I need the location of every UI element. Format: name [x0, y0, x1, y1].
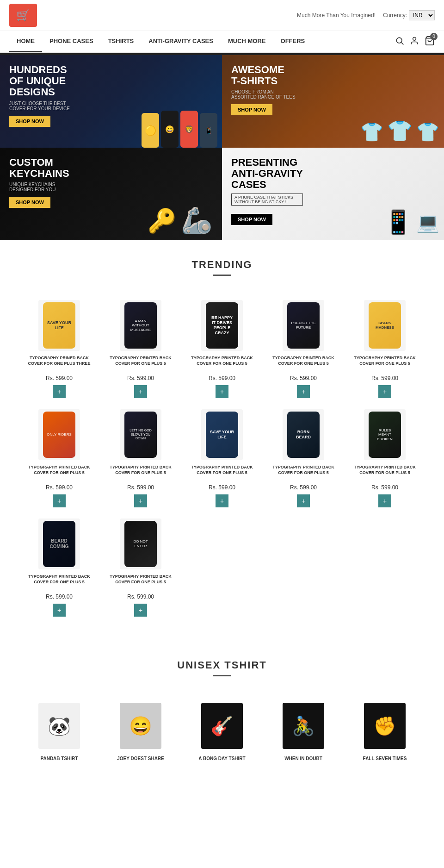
product-card-7: LETTING GOD SLOWS YOU DOWN TYPOGRAPHY PR…	[100, 404, 181, 513]
logo-area	[9, 4, 37, 27]
nav-anti-gravity[interactable]: ANTI-GRAVITY CASES	[141, 31, 221, 52]
add-to-cart-4[interactable]: +	[297, 385, 310, 398]
product-image-7: LETTING GOD SLOWS YOU DOWN	[120, 409, 161, 460]
add-to-cart-1[interactable]: +	[53, 385, 66, 398]
tshirt-display-1: 👕	[360, 121, 383, 143]
banner-antigravity: PRESENTINGANTI-GRAVITYCASES A PHONE CASE…	[222, 148, 444, 240]
product-title-7: TYPOGRAPHY PRINTED BACK COVER FOR ONE PL…	[104, 465, 178, 481]
product-price-9: Rs. 599.00	[266, 484, 340, 491]
product-card-4: PREDICT THE FUTURE TYPOGRAPHY PRINTED BA…	[263, 294, 344, 404]
banner-2-content: AWESOMET-SHIRTS CHOOSE FROM ANASSORTED R…	[231, 64, 296, 115]
add-to-cart-6[interactable]: +	[53, 494, 66, 507]
trending-title: TRENDING	[0, 259, 444, 271]
banner-2-btn[interactable]: SHOP NOW	[231, 104, 272, 115]
product-title-12: TYPOGRAPHY PRINTED BACK COVER FOR ONE PL…	[104, 574, 178, 591]
banner-4-btn[interactable]: SHOP NOW	[231, 214, 272, 225]
case-visual-4: PREDICT THE FUTURE	[287, 302, 320, 349]
banner-1-title: HUNDREDSOF UNIQUEDESIGNS	[9, 64, 70, 98]
account-icon[interactable]	[410, 36, 419, 48]
banner-tshirts: AWESOMET-SHIRTS CHOOSE FROM ANASSORTED R…	[222, 55, 444, 148]
tshirt-image-3: 🎸	[197, 700, 247, 751]
add-to-cart-7[interactable]: +	[134, 494, 147, 507]
case-visual-11: BEARD COMING	[43, 521, 75, 567]
search-icon[interactable]	[395, 36, 404, 48]
nav-much-more[interactable]: MUCH MORE	[221, 31, 273, 52]
product-price-6: Rs. 599.00	[22, 484, 96, 491]
product-title-2: TYPOGRAPHY PRINTED BACK COVER FOR ONE PL…	[104, 356, 178, 372]
product-card-2: A MAN WITHOUT MUSTACHE TYPOGRAPHY PRINTE…	[100, 294, 181, 404]
banner-3-btn[interactable]: SHOP NOW	[9, 197, 50, 208]
top-bar: Much More Than You Imagined! Currency: I…	[0, 0, 444, 31]
tshirt-section-header: UNISEX TSHIRT	[0, 641, 444, 686]
product-title-10: TYPOGRAPHY PRINTED BACK COVER FOR ONE PL…	[348, 465, 422, 481]
tshirt-display-3: 👕	[416, 121, 439, 143]
nav-offers[interactable]: OFFERS	[273, 31, 313, 52]
nav-tshirts[interactable]: TSHIRTS	[101, 31, 142, 52]
banner-3-keychain: 🔑 🦾	[148, 206, 213, 236]
banner-1-btn[interactable]: SHOP NOW	[9, 116, 50, 127]
product-card-1: SAVE YOUR LIFE TYPOGRAPHY PRINED BACK CO…	[18, 294, 100, 404]
product-image-1: SAVE YOUR LIFE	[38, 300, 80, 351]
phone-case-red: 🦁	[180, 111, 198, 148]
case-visual-3: BE HAPPY IT DRIVES PEOPLE CRAZY	[206, 302, 238, 349]
product-price-8: Rs. 599.00	[185, 484, 259, 491]
tshirt-label-1: PANDAB TSHIRT	[22, 756, 96, 761]
phone-case-yellow: 🟡	[142, 113, 159, 148]
add-to-cart-2[interactable]: +	[134, 385, 147, 398]
tshirt-card-2: 😄 JOEY DOEST SHARE	[100, 695, 181, 767]
banner-3-subtitle: UNIQUE KEYCHAINSDESIGNED FOR YOU	[9, 182, 69, 192]
add-to-cart-5[interactable]: +	[378, 385, 391, 398]
product-image-2: A MAN WITHOUT MUSTACHE	[120, 300, 161, 351]
product-image-5: SPARK MADNESS	[364, 300, 406, 351]
currency-select[interactable]: INR USD	[409, 10, 435, 20]
product-price-7: Rs. 599.00	[104, 484, 178, 491]
svg-point-2	[413, 37, 416, 40]
add-to-cart-11[interactable]: +	[53, 604, 66, 617]
case-visual-5: SPARK MADNESS	[369, 302, 401, 349]
add-to-cart-3[interactable]: +	[216, 385, 228, 398]
nav-links: HOME PHONE CASES TSHIRTS ANTI-GRAVITY CA…	[9, 31, 312, 52]
antigrav-phone: 📱	[384, 209, 413, 236]
product-image-11: BEARD COMING	[38, 518, 80, 569]
tshirt-display-2: 👕	[387, 119, 413, 143]
product-title-4: TYPOGRAPHY PRINTED BACK COVER FOR ONE PL…	[266, 356, 340, 372]
tshirt-image-2: 😄	[115, 700, 166, 751]
tshirt-section: UNISEX TSHIRT 🐼 PANDAB TSHIRT 😄 JOEY DOE…	[0, 631, 444, 785]
tshirt-underline	[213, 675, 231, 676]
product-card-5: SPARK MADNESS TYPOGRAPHY PRINTED BACK CO…	[344, 294, 426, 404]
product-title-11: TYPOGRAPHY PRINTED BACK COVER FOR ONE PL…	[22, 574, 96, 591]
nav-phone-cases[interactable]: PHONE CASES	[42, 31, 101, 52]
add-to-cart-9[interactable]: +	[297, 494, 310, 507]
product-price-11: Rs. 599.00	[22, 593, 96, 600]
logo-image	[9, 4, 37, 27]
add-to-cart-12[interactable]: +	[134, 604, 147, 617]
phone-case-dark2: 📱	[200, 113, 217, 148]
banner-3-content: CUSTOMKEYCHAINS UNIQUE KEYCHAINSDESIGNED…	[9, 157, 69, 208]
product-image-8: SAVE YOUR LIFE	[201, 409, 243, 460]
case-visual-10: RULES MEANT BROKEN	[369, 412, 401, 458]
product-price-12: Rs. 599.00	[104, 593, 178, 600]
tshirt-label-2: JOEY DOEST SHARE	[104, 756, 178, 761]
tshirt-card-1: 🐼 PANDAB TSHIRT	[18, 695, 100, 767]
nav-bar: HOME PHONE CASES TSHIRTS ANTI-GRAVITY CA…	[0, 31, 444, 53]
tshirt-visual-1: 🐼	[38, 703, 80, 749]
currency-selector[interactable]: Currency: INR USD	[383, 10, 435, 20]
cart-icon[interactable]: 0	[425, 36, 435, 48]
site-tagline: Much More Than You Imagined!	[297, 12, 376, 19]
cart-count: 0	[430, 33, 438, 40]
trending-underline	[213, 275, 231, 276]
tshirt-label-4: WHEN IN DOUBT	[266, 756, 340, 761]
nav-home[interactable]: HOME	[9, 31, 42, 52]
tshirt-product-grid: 🐼 PANDAB TSHIRT 😄 JOEY DOEST SHARE 🎸 A B…	[0, 686, 444, 785]
product-title-8: TYPOGRAPHY PRINTED BACK COVER FOR ONE PL…	[185, 465, 259, 481]
product-image-3: BE HAPPY IT DRIVES PEOPLE CRAZY	[201, 300, 243, 351]
banner-3-title: CUSTOMKEYCHAINS	[9, 157, 69, 179]
banner-keychains: CUSTOMKEYCHAINS UNIQUE KEYCHAINSDESIGNED…	[0, 148, 222, 240]
product-price-4: Rs. 599.00	[266, 375, 340, 381]
banner-1-phones: 🟡 😀 🦁 📱	[142, 111, 217, 148]
add-to-cart-10[interactable]: +	[378, 494, 391, 507]
trending-section-header: TRENDING	[0, 240, 444, 285]
add-to-cart-8[interactable]: +	[216, 494, 228, 507]
product-image-6: ONLY RIDERS	[38, 409, 80, 460]
tshirt-title: UNISEX TSHIRT	[0, 659, 444, 671]
